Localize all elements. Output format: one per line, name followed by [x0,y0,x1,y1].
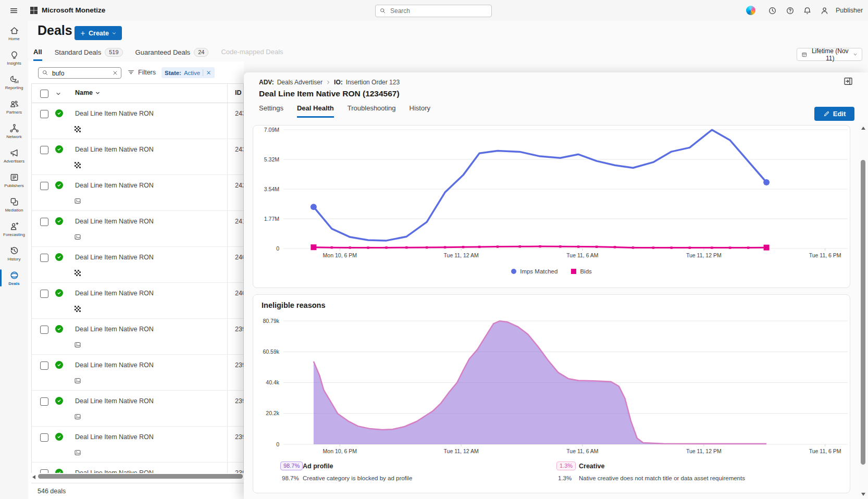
deal-id: 2390 [227,427,244,462]
filters-button[interactable]: Filters [127,68,156,76]
deal-detail-panel: ADV: Deals Advertiser IO: Insertion Orde… [244,72,868,499]
deal-id: 2390 [227,391,244,426]
tab-guaranteed-deals[interactable]: Guaranteed Deals24 [135,48,209,62]
deal-id: 2427 [227,175,244,210]
checker-icon [75,162,81,168]
remove-filter-icon[interactable] [206,70,212,76]
sidebar-item-network[interactable]: Network [0,119,28,143]
detail-tab-deal-health[interactable]: Deal Health [297,104,334,118]
series-marker [444,246,446,248]
sidebar-item-publishers[interactable]: Publishers [0,168,28,192]
legend-item[interactable]: Imps Matched [511,268,557,275]
deal-name: Deal Line Item Native RON [75,469,154,473]
tab-code-mapped-deals[interactable]: Code-mapped Deals [221,48,283,61]
edit-button[interactable]: Edit [814,107,854,121]
table-row[interactable]: Deal Line Item Native RON2427 [32,175,243,211]
notifications-bell-icon[interactable] [803,6,812,15]
table-row[interactable]: Deal Line Item Native RON2390 [32,427,243,463]
select-all-checkbox[interactable] [40,90,48,98]
table-row[interactable]: Deal Line Item Native RON2390 [32,391,243,427]
table-row[interactable]: Deal Line Item Native RON2400 [32,247,243,283]
sidebar-item-label: Advеrtisers [4,159,24,164]
horizontal-scrollbar[interactable] [32,473,243,480]
scroll-left-arrow-icon[interactable] [32,475,35,479]
x-tick-label: Tue 11, 6 AM [566,448,598,454]
breadcrumb-io-value[interactable]: Insertion Order 123 [346,79,400,86]
stat-category: Creative [579,463,745,470]
deal-id: 2390 [227,463,244,473]
series-marker [311,204,317,210]
column-header-name[interactable]: Name [75,89,101,96]
user-account-icon[interactable] [820,6,829,15]
sidebar-item-partners[interactable]: Partners [0,94,28,119]
state-filter-chip[interactable]: State: Active [162,67,215,78]
row-checkbox[interactable] [40,218,48,226]
sidebar-item-advеrtisers[interactable]: Advеrtisers [0,143,28,168]
table-row[interactable]: Deal Line Item Native RON2434 [32,103,243,139]
table-row[interactable]: Deal Line Item Native RON2391 [32,319,243,355]
scroll-up-arrow-icon[interactable] [861,127,865,130]
status-active-icon [55,145,63,153]
row-checkbox[interactable] [40,182,48,190]
legend-label: Bids [580,268,591,275]
detail-tab-settings[interactable]: Settings [259,104,283,118]
global-search[interactable] [375,5,492,17]
tab-standard-deals[interactable]: Standard Deals519 [55,48,123,62]
sidebar-item-insights[interactable]: Insights [0,45,28,70]
sidebar-item-label: History [8,257,21,261]
sidebar-item-forecasting[interactable]: Forecasting [0,217,28,241]
open-in-full-panel-icon[interactable] [843,76,853,86]
row-checkbox[interactable] [40,361,48,370]
status-active-icon [55,361,63,369]
ineligible-reasons-card: Ineligible reasons 80.79k60.59k40.4k20.2… [253,294,850,493]
row-checkbox[interactable] [40,469,48,473]
scroll-down-arrow-icon[interactable] [861,493,865,496]
help-icon[interactable] [786,6,795,15]
legend-item[interactable]: Bids [571,268,591,275]
row-checkbox[interactable] [40,254,48,262]
table-header: Name ID [32,84,243,103]
sidebar-item-deals[interactable]: Deals [0,266,28,290]
series-marker [311,244,316,250]
vertical-scrollbar[interactable] [859,123,868,499]
hamburger-menu-icon[interactable] [9,6,18,15]
global-search-input[interactable] [389,6,489,16]
table-row[interactable]: Deal Line Item Native RON2415 [32,211,243,247]
breadcrumb-adv-value[interactable]: Deals Advertiser [277,79,323,86]
y-tick-label: 3.54M [264,186,279,192]
sidebar-item-mediation[interactable]: Mediation [0,192,28,217]
row-checkbox[interactable] [40,146,48,154]
copilot-icon[interactable] [746,6,755,15]
sidebar-item-reporting[interactable]: Reporting [0,70,28,94]
date-range-button[interactable]: Lifetime (Nov 11) [797,48,862,61]
row-checkbox[interactable] [40,326,48,334]
table-row[interactable]: Deal Line Item Native RON2390 [32,463,243,473]
sidebar-item-label: Home [8,36,19,41]
list-search[interactable] [38,67,121,79]
sidebar-item-home[interactable]: Home [0,21,28,45]
list-search-input[interactable] [51,68,110,78]
table-row[interactable]: Deal Line Item Native RON2390 [32,355,243,391]
row-checkbox[interactable] [40,110,48,118]
table-row[interactable]: Deal Line Item Native RON2400 [32,283,243,319]
x-tick-label: Mon 10, 6 PM [323,252,357,258]
x-tick-label: Tue 11, 12 AM [444,448,479,454]
sidebar-item-label: Network [6,134,21,139]
clear-search-icon[interactable] [112,70,118,76]
table-row[interactable]: Deal Line Item Native RON2434 [32,139,243,175]
user-role-label: Publisher [836,7,863,14]
horizontal-scrollbar-thumb[interactable] [38,474,243,479]
row-checkbox[interactable] [40,397,48,406]
create-button[interactable]: Create [75,26,122,40]
row-checkbox[interactable] [40,433,48,442]
detail-tab-troubleshooting[interactable]: Troubleshooting [348,104,396,118]
row-checkbox[interactable] [40,290,48,298]
chart-legend: Imps MatchedBids [253,268,850,275]
detail-tab-history[interactable]: History [410,104,430,118]
column-header-id[interactable]: ID [227,84,242,103]
chevron-down-icon[interactable] [55,91,61,97]
recent-activity-icon[interactable] [768,6,777,15]
tab-all[interactable]: All [33,48,42,61]
sidebar-item-history[interactable]: History [0,241,28,266]
vertical-scrollbar-thumb[interactable] [861,160,865,465]
